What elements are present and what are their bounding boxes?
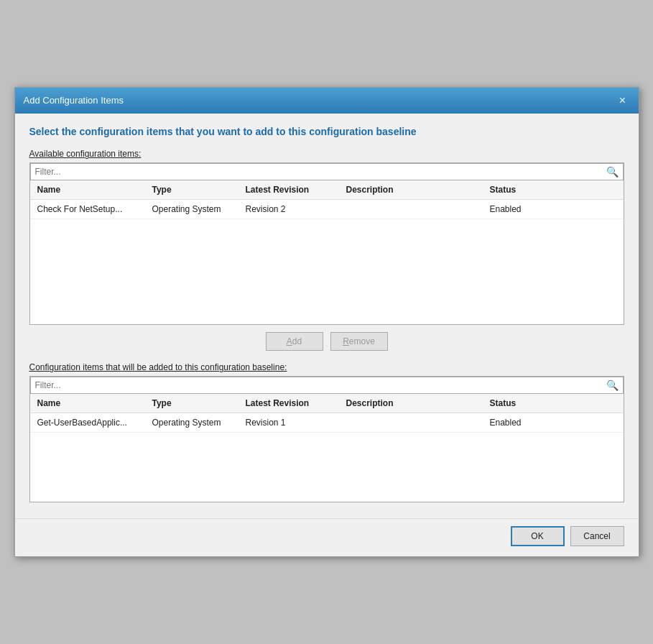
dialog-body: Select the configuration items that you … [15,114,639,519]
added-table-container: 🔍 Name Type Latest Revision Description … [29,376,624,502]
col-type-1: Type [149,183,243,196]
col-status-2: Status [487,397,573,410]
add-configuration-items-dialog: Add Configuration Items × Select the con… [14,87,639,558]
added-filter-box: 🔍 [30,377,624,394]
available-row-name: Check For NetSetup... [34,203,149,216]
remove-button[interactable]: Remove [330,332,388,351]
added-label: Configuration items that will be added t… [29,362,624,372]
added-row-name: Get-UserBasedApplic... [34,416,149,429]
available-search-icon: 🔍 [606,166,619,178]
added-table: Name Type Latest Revision Description St… [30,394,624,502]
added-row-status: Enabled [487,416,573,429]
col-status-1: Status [487,183,573,196]
table-row[interactable]: Check For NetSetup... Operating System R… [30,200,624,219]
available-filter-box: 🔍 [30,163,624,180]
available-row-type: Operating System [149,203,243,216]
added-filter-input[interactable] [35,380,606,390]
col-desc-2: Description [343,397,487,410]
col-revision-1: Latest Revision [243,183,343,196]
col-name-2: Name [34,397,149,410]
add-button[interactable]: Add [266,332,323,351]
table-row[interactable]: Get-UserBasedApplic... Operating System … [30,413,624,433]
available-row-status: Enabled [487,203,573,216]
added-row-revision: Revision 1 [243,416,343,429]
ok-button[interactable]: OK [511,526,565,546]
col-name-1: Name [34,183,149,196]
available-filter-input[interactable] [35,167,606,177]
available-label: Available configuration items: [29,149,624,159]
col-desc-1: Description [343,183,487,196]
available-table: Name Type Latest Revision Description St… [30,180,624,324]
dialog-title: Add Configuration Items [24,95,124,106]
title-bar: Add Configuration Items × [15,88,639,114]
footer-buttons: OK Cancel [15,518,639,556]
available-row-desc [343,203,487,216]
available-row-revision: Revision 2 [243,203,343,216]
close-button[interactable]: × [616,93,630,108]
added-row-type: Operating System [149,416,243,429]
added-search-icon: 🔍 [606,380,619,391]
action-buttons: Add Remove [29,332,624,351]
available-table-header: Name Type Latest Revision Description St… [30,180,624,200]
added-table-header: Name Type Latest Revision Description St… [30,394,624,413]
col-revision-2: Latest Revision [243,397,343,410]
col-type-2: Type [149,397,243,410]
dialog-heading: Select the configuration items that you … [29,125,624,139]
cancel-button[interactable]: Cancel [570,526,624,546]
added-row-desc [343,416,487,429]
available-table-container: 🔍 Name Type Latest Revision Description … [29,162,624,325]
